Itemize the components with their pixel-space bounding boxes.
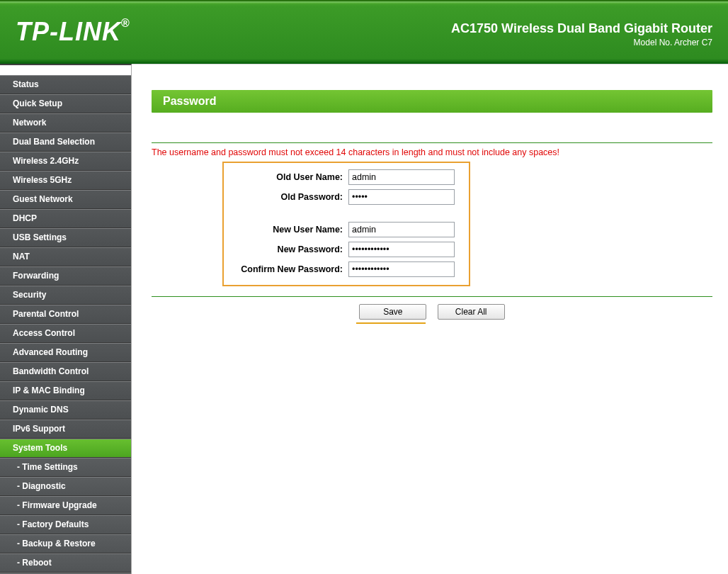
- nav-item-label: NAT: [13, 252, 30, 261]
- nav-item-label: Dynamic DNS: [13, 405, 69, 415]
- nav-item-diagnostic[interactable]: - Diagnostic: [0, 477, 131, 496]
- nav-item-nat[interactable]: NAT: [0, 247, 131, 266]
- nav-item-guest-network[interactable]: Guest Network: [0, 190, 131, 209]
- old-username-field[interactable]: [348, 169, 455, 185]
- nav-item-label: Advanced Routing: [13, 347, 88, 357]
- brand-text: TP-LINK: [16, 17, 121, 46]
- warning-text: The username and password must not excee…: [152, 147, 712, 157]
- nav-item-label: - Factory Defaults: [17, 519, 89, 529]
- sidebar: StatusQuick SetupNetworkDual Band Select…: [0, 64, 132, 574]
- nav-item-backup-restore[interactable]: - Backup & Restore: [0, 534, 131, 553]
- nav-item-label: USB Settings: [13, 232, 67, 242]
- password-form-highlight: Old User Name: Old Password: New User Na…: [222, 162, 470, 286]
- nav-item-forwarding[interactable]: Forwarding: [0, 266, 131, 286]
- nav-item-label: Network: [13, 118, 46, 128]
- nav-item-parental-control[interactable]: Parental Control: [0, 305, 131, 324]
- content-area: Password The username and password must …: [132, 64, 728, 574]
- nav-item-firmware-upgrade[interactable]: - Firmware Upgrade: [0, 496, 131, 515]
- brand-logo: TP-LINK®: [16, 17, 130, 47]
- nav-item-ipv6-support[interactable]: IPv6 Support: [0, 420, 131, 439]
- save-underline: [356, 322, 426, 324]
- nav-item-label: Bandwidth Control: [13, 366, 89, 376]
- nav-item-label: Forwarding: [13, 271, 59, 281]
- label-old-username: Old User Name:: [224, 167, 346, 187]
- nav-item-factory-defaults[interactable]: - Factory Defaults: [0, 515, 131, 534]
- nav-item-dual-band-selection[interactable]: Dual Band Selection: [0, 133, 131, 152]
- nav-item-quick-setup[interactable]: Quick Setup: [0, 94, 131, 113]
- nav-item-time-settings[interactable]: - Time Settings: [0, 458, 131, 477]
- nav-item-security[interactable]: Security: [0, 286, 131, 305]
- nav-item-label: Parental Control: [13, 309, 79, 319]
- password-form: Old User Name: Old Password: New User Na…: [224, 167, 457, 279]
- nav-item-label: Wireless 5GHz: [13, 175, 72, 185]
- label-confirm-password: Confirm New Password:: [224, 259, 346, 279]
- nav-item-label: Status: [13, 79, 39, 89]
- nav-item-reboot[interactable]: - Reboot: [0, 553, 131, 573]
- product-model: Model No. Archer C7: [451, 38, 712, 47]
- button-row: Save Clear All: [152, 304, 712, 324]
- nav-item-label: - Diagnostic: [17, 481, 66, 491]
- nav-item-label: Wireless 2.4GHz: [13, 156, 79, 166]
- nav-item-network[interactable]: Network: [0, 113, 131, 133]
- header-banner: TP-LINK® AC1750 Wireless Dual Band Gigab…: [0, 0, 728, 64]
- save-button[interactable]: Save: [359, 304, 426, 320]
- nav-item-label: System Tools: [13, 443, 67, 453]
- product-name: AC1750 Wireless Dual Band Gigabit Router: [451, 21, 712, 36]
- page-title: Password: [152, 90, 712, 113]
- new-password-field[interactable]: [348, 242, 455, 257]
- nav-item-dhcp[interactable]: DHCP: [0, 209, 131, 228]
- nav-item-system-tools[interactable]: System Tools: [0, 439, 131, 458]
- nav-item-wireless-2-4ghz[interactable]: Wireless 2.4GHz: [0, 152, 131, 171]
- nav-item-wireless-5ghz[interactable]: Wireless 5GHz: [0, 171, 131, 190]
- confirm-password-field[interactable]: [348, 261, 455, 277]
- nav-item-access-control[interactable]: Access Control: [0, 324, 131, 343]
- nav-item-label: IP & MAC Binding: [13, 386, 85, 395]
- nav-item-label: - Firmware Upgrade: [17, 500, 97, 510]
- nav-item-advanced-routing[interactable]: Advanced Routing: [0, 343, 131, 362]
- clear-all-button[interactable]: Clear All: [438, 304, 505, 320]
- nav-item-label: - Time Settings: [17, 462, 78, 472]
- old-password-field[interactable]: [348, 189, 455, 205]
- nav-item-label: Guest Network: [13, 194, 73, 204]
- nav-item-label: Access Control: [13, 328, 75, 338]
- nav-item-label: - Reboot: [17, 558, 52, 568]
- label-old-password: Old Password:: [224, 187, 346, 207]
- label-new-username: New User Name:: [224, 220, 346, 240]
- nav-item-label: - Backup & Restore: [17, 539, 96, 548]
- nav-item-label: Dual Band Selection: [13, 137, 95, 147]
- new-username-field[interactable]: [348, 222, 455, 237]
- nav-item-label: Quick Setup: [13, 99, 62, 108]
- nav-item-usb-settings[interactable]: USB Settings: [0, 228, 131, 247]
- label-new-password: New Password:: [224, 240, 346, 259]
- brand-reg: ®: [121, 17, 130, 29]
- nav-item-dynamic-dns[interactable]: Dynamic DNS: [0, 400, 131, 420]
- product-info: AC1750 Wireless Dual Band Gigabit Router…: [451, 21, 712, 47]
- nav-item-bandwidth-control[interactable]: Bandwidth Control: [0, 362, 131, 381]
- sidebar-spacer: [0, 65, 131, 75]
- nav-item-status[interactable]: Status: [0, 75, 131, 94]
- nav-item-label: DHCP: [13, 213, 37, 223]
- nav-item-label: Security: [13, 290, 46, 300]
- nav-item-label: IPv6 Support: [13, 424, 65, 434]
- nav-item-ip-mac-binding[interactable]: IP & MAC Binding: [0, 381, 131, 400]
